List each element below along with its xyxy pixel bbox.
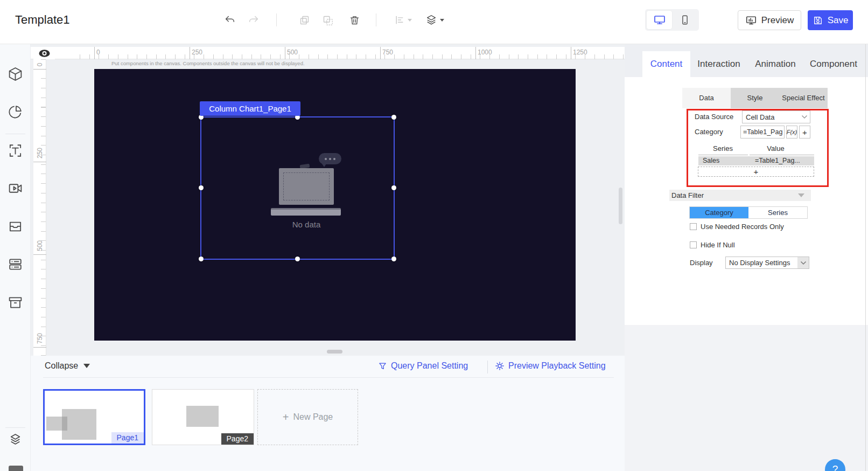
new-page-button[interactable]: + New Page (257, 389, 358, 445)
data-filter-header[interactable]: Data Filter (669, 190, 811, 201)
series-table-row[interactable]: Sales =Table1_Pag... (698, 156, 814, 165)
sidebar-item-tables[interactable] (7, 256, 24, 273)
collapse-button[interactable]: Collapse (45, 361, 90, 371)
tab-content[interactable]: Content (642, 51, 690, 77)
page-label: Page2 (221, 433, 254, 445)
desktop-view-toggle[interactable] (647, 11, 672, 29)
sidebar-item-text[interactable] (7, 142, 24, 159)
undo-button[interactable] (221, 12, 239, 28)
ruler-label: 750 (36, 330, 44, 347)
component-name-badge[interactable]: Column Chart1_Page1 (200, 101, 300, 116)
checkbox-icon[interactable] (690, 223, 697, 230)
selected-component-chart[interactable] (200, 116, 395, 260)
display-select[interactable]: No Display Settings (725, 257, 809, 269)
preview-monitor-icon (745, 15, 757, 26)
triangle-down-icon (798, 193, 804, 197)
ruler-label: 1250 (573, 49, 587, 56)
duplicate-format-button[interactable] (319, 12, 336, 28)
collapse-label: Collapse (45, 361, 78, 371)
gear-icon (495, 361, 505, 371)
triangle-down-icon (83, 364, 90, 368)
new-page-label: New Page (293, 412, 333, 422)
component-sidebar (0, 44, 31, 471)
resize-handle-sw[interactable] (199, 257, 204, 261)
page-thumbnail-2[interactable]: Page2 (152, 389, 254, 445)
resize-handle-w[interactable] (199, 185, 204, 190)
sidebar-item-media[interactable] (7, 180, 24, 197)
page-label: Page1 (111, 432, 144, 444)
delete-button[interactable] (346, 12, 363, 28)
sidebar-item-charts[interactable] (7, 103, 24, 120)
tab-component[interactable]: Component (803, 51, 864, 77)
use-needed-records-checkbox-row[interactable]: Use Needed Records Only (690, 223, 784, 231)
filter-segment-category[interactable]: Category (690, 207, 748, 218)
save-button[interactable]: Save (808, 10, 853, 30)
chevron-down-icon (801, 115, 808, 119)
sidebar-item-assets[interactable] (7, 218, 24, 235)
pages-panel: Collapse Query Panel Setting Preview Pla… (31, 356, 625, 471)
copy-button[interactable] (296, 12, 313, 28)
ruler-minor-ticks (41, 59, 46, 356)
resize-handle-ne[interactable] (391, 115, 396, 120)
ruler-visibility-toggle[interactable] (33, 47, 55, 59)
tab-animation[interactable]: Animation (747, 51, 803, 77)
preview-button[interactable]: Preview (738, 10, 801, 30)
video-camera-icon (8, 181, 23, 196)
sidebar-item-archive[interactable] (7, 294, 24, 311)
chevron-down-icon[interactable] (408, 19, 412, 22)
add-series-row-button[interactable]: + (698, 167, 814, 177)
checkbox-label: Use Needed Records Only (701, 223, 784, 231)
sidebar-item-layers[interactable] (7, 431, 24, 448)
sidebar-partial-icon[interactable] (9, 466, 23, 471)
panel-drag-handle[interactable] (327, 350, 342, 354)
category-formula-input[interactable]: =Table1_Pag (740, 126, 785, 138)
tab-interaction[interactable]: Interaction (690, 51, 747, 77)
formula-fx-button[interactable]: F(x) (786, 126, 797, 138)
content-sub-tabs: Data Style Special Effect (682, 88, 828, 108)
ruler-label: 500 (36, 238, 44, 254)
resize-handle-s[interactable] (295, 257, 300, 261)
template-title: Template1 (15, 13, 70, 27)
resize-handle-se[interactable] (391, 257, 396, 261)
layers-icon (425, 14, 437, 26)
category-add-button[interactable]: + (799, 126, 810, 138)
resize-handle-e[interactable] (391, 185, 396, 190)
filter-segment-series[interactable]: Series (748, 207, 807, 218)
sub-tab-style[interactable]: Style (731, 88, 779, 108)
server-rows-icon (8, 257, 23, 272)
archive-box-icon (8, 295, 23, 310)
value-column-header: Value (758, 144, 793, 153)
preview-playback-setting-link[interactable]: Preview Playback Setting (495, 361, 606, 371)
duplicate-format-icon (322, 15, 333, 26)
hide-if-null-checkbox-row[interactable]: Hide If Null (690, 241, 735, 249)
mobile-view-toggle[interactable] (672, 11, 697, 29)
design-canvas[interactable]: Column Chart1_Page1 No data (94, 69, 576, 341)
toolbar-divider (376, 13, 376, 26)
sub-tab-special-effect[interactable]: Special Effect (779, 88, 828, 108)
sub-tab-data[interactable]: Data (682, 88, 731, 108)
panel-body-lower (625, 325, 868, 471)
layer-order-button[interactable] (423, 12, 440, 28)
redo-button[interactable] (245, 12, 262, 28)
toolbar-divider (276, 13, 277, 26)
series-column-header: Series (705, 144, 740, 153)
data-filter-label: Data Filter (671, 191, 704, 199)
sidebar-divider (5, 427, 25, 428)
page-thumbnail-1[interactable]: Page1 (43, 389, 145, 445)
text-tool-icon (8, 143, 23, 158)
canvas-vertical-scrollbar[interactable] (619, 188, 622, 224)
filter-mode-segmented: Category Series (689, 206, 808, 219)
redo-icon (248, 14, 260, 26)
checkbox-icon[interactable] (690, 241, 697, 248)
top-toolbar: Template1 (0, 0, 868, 44)
cube-icon (8, 66, 23, 82)
horizontal-ruler: 0 250 500 750 1000 1250 (31, 47, 625, 59)
query-panel-setting-link[interactable]: Query Panel Setting (378, 361, 468, 371)
data-source-select[interactable]: Cell Data (742, 110, 810, 123)
chevron-down-icon[interactable] (440, 19, 444, 22)
category-label: Category (695, 128, 723, 136)
sidebar-item-widgets[interactable] (7, 66, 24, 82)
vertical-ruler: 0 250 500 750 (33, 59, 46, 356)
align-button[interactable] (391, 12, 408, 28)
plus-icon: + (283, 411, 289, 424)
